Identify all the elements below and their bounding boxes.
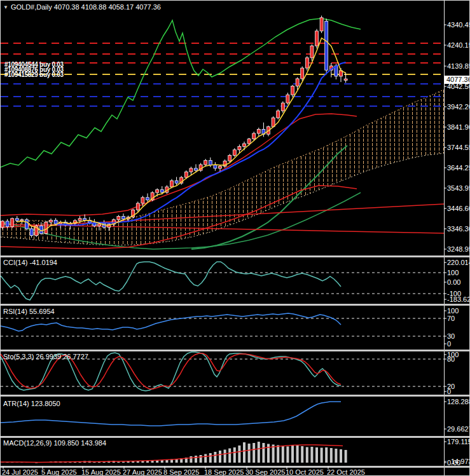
time-axis[interactable] <box>1 468 470 476</box>
symbol-ohlc-title: GOLD#,Daily 4070.38 4108.88 4058.17 4077… <box>11 3 161 11</box>
price-axis-divider[interactable] <box>444 1 445 476</box>
cci-label: CCI(14) -41.0194 <box>3 259 57 266</box>
panel-separator[interactable] <box>1 304 470 306</box>
rsi-label: RSI(14) 55.6954 <box>3 308 55 315</box>
panel-separator[interactable] <box>1 436 470 438</box>
current-price-badge: 4077.36 <box>445 76 470 84</box>
panel-separator[interactable] <box>1 255 470 257</box>
atr-label: ATR(14) 123.8050 <box>3 400 60 407</box>
trading-terminal-chart-window: ▼GOLD#,Daily 4070.38 4108.88 4058.17 407… <box>0 0 470 476</box>
chart-title: ▼GOLD#,Daily 4070.38 4108.88 4058.17 407… <box>3 3 161 11</box>
main-chart-panel[interactable] <box>1 1 470 255</box>
rsi-panel[interactable] <box>1 306 470 350</box>
panel-separator[interactable] <box>1 350 470 351</box>
macd-label: MACD(12,26,9) 109.850 143.984 <box>3 439 106 447</box>
order-label: #109415829 buy 0.03 <box>4 72 64 78</box>
atr-panel[interactable] <box>1 397 470 436</box>
collapse-marker-icon[interactable]: ▼ <box>3 4 8 10</box>
panel-separator[interactable] <box>1 395 470 397</box>
cci-panel[interactable] <box>1 257 470 304</box>
stochastic-label: Sto(5,3,3) 26.9939 26.7727 <box>3 353 88 360</box>
panel-separator[interactable] <box>1 466 470 468</box>
